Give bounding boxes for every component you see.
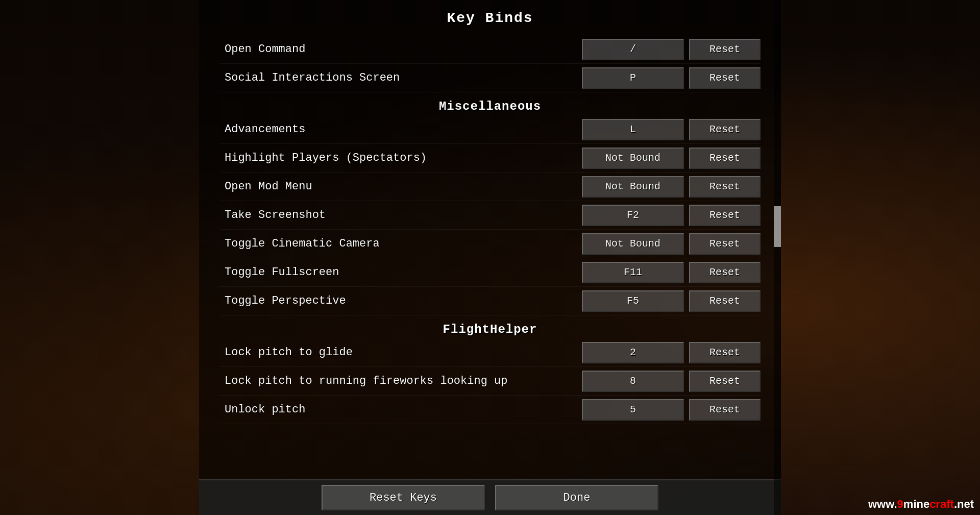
keybind-row: Advancements L Reset: [219, 115, 761, 144]
keybind-button-toggle-cinematic[interactable]: Not Bound: [582, 233, 684, 255]
keybind-button-lock-pitch-fireworks[interactable]: 8: [582, 371, 684, 392]
reset-button-unlock-pitch[interactable]: Reset: [689, 399, 761, 421]
keybind-row: Toggle Cinematic Camera Not Bound Reset: [219, 230, 761, 258]
keybind-row: Toggle Fullscreen F11 Reset: [219, 258, 761, 287]
watermark-craft: craft: [929, 498, 954, 510]
keybind-label-open-mod-menu: Open Mod Menu: [219, 180, 582, 193]
keybind-label-unlock-pitch: Unlock pitch: [219, 403, 582, 416]
keybind-button-take-screenshot[interactable]: F2: [582, 205, 684, 226]
keybind-button-lock-pitch-glide[interactable]: 2: [582, 342, 684, 363]
section-header-flighthelper: FlightHelper: [219, 323, 761, 336]
keybind-row: Lock pitch to running fireworks looking …: [219, 367, 761, 396]
keybind-row: Social Interactions Screen P Reset: [219, 64, 761, 92]
reset-button-open-command[interactable]: Reset: [689, 39, 761, 60]
keybind-button-open-command[interactable]: /: [582, 39, 684, 60]
reset-button-open-mod-menu[interactable]: Reset: [689, 176, 761, 198]
keybind-button-social-interactions[interactable]: P: [582, 67, 684, 89]
page-title: Key Binds: [219, 10, 761, 26]
watermark: www.9minecraft.net: [868, 498, 974, 511]
reset-button-advancements[interactable]: Reset: [689, 119, 761, 140]
keybind-label-take-screenshot: Take Screenshot: [219, 209, 582, 222]
reset-button-lock-pitch-glide[interactable]: Reset: [689, 342, 761, 363]
reset-button-highlight-players[interactable]: Reset: [689, 148, 761, 169]
reset-button-toggle-perspective[interactable]: Reset: [689, 290, 761, 312]
keybind-row: Open Command / Reset: [219, 35, 761, 64]
keybind-button-advancements[interactable]: L: [582, 119, 684, 140]
keybind-button-toggle-perspective[interactable]: F5: [582, 290, 684, 312]
keybind-label-highlight-players: Highlight Players (Spectators): [219, 152, 582, 164]
watermark-www: www.: [868, 498, 897, 510]
watermark-net: .net: [954, 498, 974, 510]
section-flighthelper: Lock pitch to glide 2 Reset Lock pitch t…: [219, 338, 761, 424]
keybind-row: Lock pitch to glide 2 Reset: [219, 338, 761, 367]
section-miscellaneous: Advancements L Reset Highlight Players (…: [219, 115, 761, 315]
keybind-label-toggle-perspective: Toggle Perspective: [219, 295, 582, 307]
keybind-row: Unlock pitch 5 Reset: [219, 396, 761, 424]
keybind-row: Open Mod Menu Not Bound Reset: [219, 173, 761, 201]
section-header-miscellaneous: Miscellaneous: [219, 100, 761, 113]
keybind-label-open-command: Open Command: [219, 43, 582, 56]
keybind-label-toggle-cinematic: Toggle Cinematic Camera: [219, 237, 582, 250]
keybind-label-lock-pitch-glide: Lock pitch to glide: [219, 346, 582, 359]
reset-button-toggle-fullscreen[interactable]: Reset: [689, 262, 761, 283]
reset-button-toggle-cinematic[interactable]: Reset: [689, 233, 761, 255]
keybind-label-toggle-fullscreen: Toggle Fullscreen: [219, 266, 582, 279]
keybind-label-social-interactions: Social Interactions Screen: [219, 71, 582, 84]
keybind-label-lock-pitch-fireworks: Lock pitch to running fireworks looking …: [219, 375, 582, 387]
keybind-button-open-mod-menu[interactable]: Not Bound: [582, 176, 684, 198]
keybind-button-toggle-fullscreen[interactable]: F11: [582, 262, 684, 283]
watermark-mine: mine: [903, 498, 929, 510]
keybind-row: Take Screenshot F2 Reset: [219, 201, 761, 230]
keybind-button-unlock-pitch[interactable]: 5: [582, 399, 684, 421]
reset-button-take-screenshot[interactable]: Reset: [689, 205, 761, 226]
reset-button-social-interactions[interactable]: Reset: [689, 67, 761, 89]
section-commands: Open Command / Reset Social Interactions…: [219, 35, 761, 92]
bottom-bar: Reset Keys Done: [199, 479, 781, 515]
content-area: Key Binds Open Command / Reset Social In…: [199, 0, 781, 479]
reset-button-lock-pitch-fireworks[interactable]: Reset: [689, 371, 761, 392]
keybind-button-highlight-players[interactable]: Not Bound: [582, 148, 684, 169]
scrollbar-track[interactable]: [774, 0, 781, 515]
watermark-nine: 9: [897, 498, 903, 510]
done-button[interactable]: Done: [495, 485, 658, 510]
keybind-label-advancements: Advancements: [219, 123, 582, 136]
scrollbar-thumb[interactable]: [774, 206, 781, 247]
main-panel: Key Binds Open Command / Reset Social In…: [199, 0, 781, 515]
keybind-row: Highlight Players (Spectators) Not Bound…: [219, 144, 761, 173]
keybind-row: Toggle Perspective F5 Reset: [219, 287, 761, 315]
reset-keys-button[interactable]: Reset Keys: [322, 485, 485, 510]
